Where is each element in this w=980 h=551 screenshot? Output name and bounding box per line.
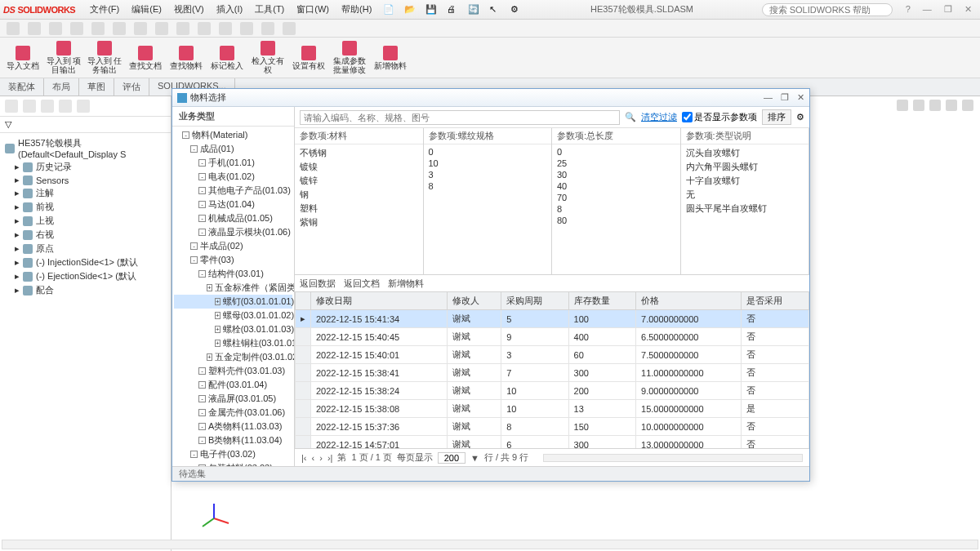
tree-expander-icon[interactable]: + [207, 284, 212, 291]
param-option[interactable]: 8 [429, 180, 547, 192]
material-tree-item[interactable]: +螺栓(03.01.01.03) [174, 322, 292, 336]
material-tree-item[interactable]: -金属壳件(03.01.06) [174, 406, 292, 420]
material-tree-item[interactable]: +五金标准件（紧固类插件... [174, 281, 292, 295]
material-tree-item[interactable]: -结构件(03.01) [174, 267, 292, 281]
param-option[interactable]: 80 [557, 215, 675, 226]
tree-expander-icon[interactable]: - [198, 201, 206, 208]
tree-expander-icon[interactable]: - [182, 131, 189, 139]
pager-prev[interactable]: ‹ [312, 453, 315, 463]
col-stock[interactable]: 库存数量 [568, 292, 635, 310]
ribbon-button[interactable]: 检入文有权 [250, 39, 286, 76]
pager-first[interactable]: |‹ [301, 453, 307, 463]
menu-insert[interactable]: 插入(I) [216, 4, 243, 14]
table-row[interactable]: ▸2022-12-15 15:41:34谢斌51007.0000000000否 [296, 310, 809, 328]
material-tree-item[interactable]: -配件(03.01.04) [174, 378, 292, 392]
tree-expander-icon[interactable]: + [215, 312, 220, 319]
tree-expander-icon[interactable]: - [198, 270, 206, 278]
tool-icon[interactable] [240, 22, 253, 35]
ribbon-button[interactable]: 查找物料 [168, 39, 204, 76]
col-user[interactable]: 修改人 [447, 292, 501, 310]
tool-icon[interactable] [91, 22, 105, 35]
tree-expander-icon[interactable]: - [198, 173, 206, 180]
return-data-button[interactable]: 返回数据 [300, 278, 336, 290]
horizontal-scrollbar[interactable] [2, 540, 978, 549]
param-option[interactable]: 钢 [300, 188, 418, 202]
tool-icon[interactable] [7, 22, 20, 35]
material-tree-item[interactable]: -B类物料(11.03.04) [174, 433, 292, 447]
tool-icon[interactable] [283, 22, 296, 35]
pager-next[interactable]: › [319, 453, 323, 463]
feature-filter[interactable]: ▽ [0, 117, 171, 133]
tree-expander-icon[interactable]: - [190, 451, 198, 458]
material-tree-item[interactable]: -A类物料(11.03.03) [174, 420, 292, 433]
feature-tree-root[interactable]: HE357轮毂模具 (Default<Default_Display S [2, 136, 169, 160]
material-tree-item[interactable]: +五金定制件(03.01.02) [174, 350, 292, 364]
param-option[interactable]: 0 [557, 146, 675, 158]
material-tree-item[interactable]: +螺母(03.01.01.02) [174, 309, 292, 322]
tree-expander-icon[interactable]: - [190, 145, 198, 153]
clear-filter-link[interactable]: 清空过滤 [641, 111, 677, 123]
feature-tree-item[interactable]: ▸历史记录 [2, 160, 169, 174]
material-tree-item[interactable]: -机械成品(01.05) [174, 211, 292, 225]
ribbon-button[interactable]: 查找文档 [127, 39, 163, 76]
tree-expander-icon[interactable]: + [207, 353, 212, 361]
material-tree-item[interactable]: -包装材料(03.03) [174, 461, 292, 466]
menu-view[interactable]: 视图(V) [174, 4, 204, 14]
ribbon-button[interactable]: 集成参数批量修改 [332, 39, 368, 76]
canvas-tool-icon[interactable] [929, 100, 941, 111]
material-tree-item[interactable]: -其他电子产品(01.03) [174, 184, 292, 198]
tree-expander-icon[interactable]: - [198, 395, 206, 402]
tab-layout[interactable]: 布局 [44, 78, 79, 96]
tree-expander-icon[interactable]: - [198, 464, 206, 466]
material-tree-item[interactable]: -手机(01.01) [174, 156, 292, 170]
param-option[interactable]: 不锈钢 [300, 146, 418, 160]
tool-icon[interactable] [176, 22, 189, 35]
material-tree-item[interactable]: -成品(01) [174, 142, 292, 156]
tree-expander-icon[interactable]: - [198, 381, 206, 389]
tab-evaluate[interactable]: 评估 [114, 78, 149, 96]
print-icon[interactable]: 🖨 [447, 4, 458, 16]
material-tree-item[interactable]: +螺柱铜柱(03.01.01.04) [174, 336, 292, 350]
param-option[interactable]: 8 [557, 203, 675, 215]
tree-expander-icon[interactable]: - [190, 242, 198, 250]
table-row[interactable]: 2022-12-15 15:40:01谢斌3607.5000000000否 [296, 346, 809, 364]
material-tree-item[interactable]: -电子件(03.02) [174, 447, 292, 461]
tree-expander-icon[interactable]: - [198, 215, 206, 222]
menu-file[interactable]: 文件(F) [90, 4, 119, 14]
fm-tab-icon[interactable] [5, 100, 18, 113]
tree-expander-icon[interactable]: - [198, 423, 206, 430]
tool-icon[interactable] [198, 22, 211, 35]
feature-tree-item[interactable]: ▸前视 [2, 200, 169, 214]
table-row[interactable]: 2022-12-15 15:38:24谢斌102009.0000000000否 [296, 382, 809, 400]
new-icon[interactable]: 📄 [383, 4, 394, 16]
help-icon[interactable]: ? [906, 4, 911, 14]
tab-sketch[interactable]: 草图 [79, 78, 114, 96]
material-search-input[interactable] [300, 110, 620, 125]
menu-window[interactable]: 窗口(W) [296, 4, 329, 14]
menu-edit[interactable]: 编辑(E) [131, 4, 162, 14]
tree-expander-icon[interactable]: - [198, 159, 206, 167]
return-doc-button[interactable]: 返回文档 [344, 278, 380, 290]
param-option[interactable]: 25 [557, 158, 675, 169]
feature-tree-item[interactable]: ▸Sensors [2, 174, 169, 186]
material-tree-item[interactable]: +螺钉(03.01.01.01) [174, 295, 292, 309]
dialog-titlebar[interactable]: 物料选择 — ❐ ✕ [172, 89, 809, 107]
tool-icon[interactable] [261, 22, 274, 35]
minimize-icon[interactable]: — [923, 4, 932, 14]
sort-button[interactable]: 排序 [762, 109, 791, 125]
dialog-minimize[interactable]: — [764, 92, 773, 103]
options-icon[interactable]: ⚙ [510, 4, 522, 16]
material-tree-item[interactable]: -液晶屏(03.01.05) [174, 392, 292, 406]
tool-icon[interactable] [219, 22, 232, 35]
tree-expander-icon[interactable]: - [198, 229, 206, 236]
rebuild-icon[interactable]: 🔄 [468, 4, 479, 16]
fm-tab-icon[interactable] [23, 100, 36, 113]
feature-tree-item[interactable]: ▸原点 [2, 242, 169, 256]
param-option[interactable]: 无 [686, 188, 804, 202]
param-option[interactable]: 镀锌 [300, 174, 418, 188]
tree-expander-icon[interactable]: + [215, 340, 220, 347]
open-icon[interactable]: 📂 [404, 4, 416, 16]
material-tree-item[interactable]: -半成品(02) [174, 239, 292, 253]
feature-tree-item[interactable]: ▸(-) EjectionSide<1> (默认 [2, 269, 169, 283]
feature-tree-item[interactable]: ▸右视 [2, 228, 169, 242]
